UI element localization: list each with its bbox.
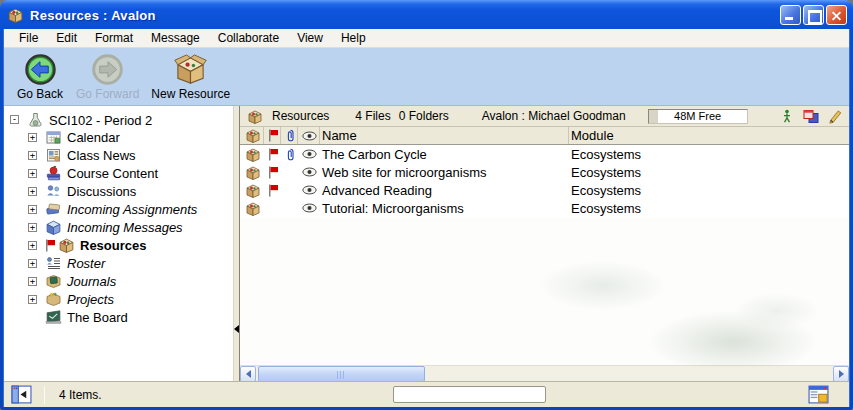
expand-toggle[interactable]: +	[28, 151, 37, 160]
menu-collaborate[interactable]: Collaborate	[209, 30, 288, 47]
column-attachment[interactable]	[281, 127, 298, 144]
table-row-web-site[interactable]: Web site for microorganisms Ecosystems	[240, 163, 849, 181]
sidebar-item-label: Resources	[80, 237, 146, 253]
column-module[interactable]: Module	[569, 127, 849, 144]
folders-count: 0 Folders	[399, 109, 449, 123]
chevron-left-icon	[246, 370, 251, 378]
sidebar-item-label: Incoming Messages	[67, 219, 183, 235]
main-area: - SCI102 - Period 2 + Calenda	[4, 106, 849, 381]
resource-box-icon	[58, 237, 75, 253]
flag-icon	[268, 184, 279, 197]
panel-title: Resources	[272, 109, 329, 123]
expand-toggle[interactable]: +	[28, 187, 37, 196]
board-icon	[45, 309, 62, 325]
expand-toggle[interactable]: +	[28, 133, 37, 142]
scroll-track[interactable]	[256, 366, 833, 381]
expand-toggle[interactable]: +	[28, 205, 37, 214]
menu-format[interactable]: Format	[86, 30, 142, 47]
resource-item-icon	[245, 165, 261, 180]
go-forward-icon	[91, 53, 124, 86]
menu-message[interactable]: Message	[142, 30, 209, 47]
sidebar-item-incoming-assignments[interactable]: + Incoming Assignments	[4, 200, 233, 218]
go-forward-label: Go Forward	[76, 87, 139, 101]
close-button[interactable]	[826, 5, 847, 25]
news-icon	[45, 147, 62, 163]
eye-icon	[302, 185, 317, 195]
sidebar-item-journals[interactable]: + Journals	[4, 272, 233, 290]
sidebar-item-calendar[interactable]: + Calendar	[4, 128, 233, 146]
new-resource-button[interactable]: New Resource	[147, 53, 234, 101]
go-back-button[interactable]: Go Back	[12, 53, 68, 101]
sidebar-item-the-board[interactable]: The Board	[4, 308, 233, 326]
scroll-left-button[interactable]	[240, 366, 256, 382]
maximize-button[interactable]	[803, 5, 824, 25]
roster-icon	[45, 255, 62, 271]
menu-view[interactable]: View	[288, 30, 332, 47]
tree-root-sci102[interactable]: - SCI102 - Period 2	[4, 111, 233, 128]
sidebar-item-discussions[interactable]: + Discussions	[4, 182, 233, 200]
item-module: Ecosystems	[569, 147, 849, 162]
expand-toggle[interactable]: +	[28, 223, 37, 232]
chevron-right-icon	[839, 370, 844, 378]
item-module: Ecosystems	[569, 201, 849, 216]
sidebar-item-projects[interactable]: + Projects	[4, 290, 233, 308]
new-resource-label: New Resource	[151, 87, 230, 101]
minimize-button[interactable]	[780, 5, 801, 25]
server-user: Avalon : Michael Goodman	[482, 109, 626, 123]
calendar-icon	[45, 129, 62, 145]
sidebar-item-label: Calendar	[67, 129, 120, 145]
status-field	[393, 386, 546, 403]
pencil-icon[interactable]	[827, 109, 843, 124]
column-module-label: Module	[571, 128, 614, 143]
column-viewed[interactable]	[298, 127, 320, 144]
column-name[interactable]: Name	[320, 127, 569, 144]
expand-toggle[interactable]: +	[28, 295, 37, 304]
resource-box-icon	[245, 128, 261, 143]
journals-icon	[45, 273, 62, 289]
expand-toggle[interactable]: +	[28, 241, 37, 250]
sidebar-item-class-news[interactable]: + Class News	[4, 146, 233, 164]
table-row-advanced-reading[interactable]: Advanced Reading Ecosystems	[240, 181, 849, 199]
expand-toggle[interactable]: +	[28, 277, 37, 286]
sidebar-item-incoming-messages[interactable]: + Incoming Messages	[4, 218, 233, 236]
sidebar-item-roster[interactable]: + Roster	[4, 254, 233, 272]
flag-icon	[268, 166, 279, 179]
assignments-icon	[45, 201, 62, 217]
scroll-thumb[interactable]	[258, 366, 425, 382]
pane-splitter[interactable]	[233, 106, 240, 381]
status-separator	[44, 386, 45, 404]
resource-item-icon	[245, 147, 261, 162]
expand-toggle[interactable]: +	[28, 259, 37, 268]
scroll-right-button[interactable]	[833, 366, 849, 382]
table-row-carbon-cycle[interactable]: The Carbon Cycle Ecosystems	[240, 145, 849, 163]
horizontal-scrollbar[interactable]	[240, 365, 849, 381]
table-row-tutorial[interactable]: Tutorial: Microorganisms Ecosystems	[240, 199, 849, 217]
splitter-collapse-icon[interactable]	[234, 325, 239, 333]
collapse-toggle[interactable]: -	[10, 115, 19, 124]
menu-help[interactable]: Help	[332, 30, 375, 47]
projects-icon	[45, 291, 62, 307]
sidebar-item-label: Incoming Assignments	[67, 201, 197, 217]
list-column-header: Name Module	[240, 127, 849, 145]
column-item-icon[interactable]	[240, 127, 264, 144]
go-forward-button[interactable]: Go Forward	[72, 53, 143, 101]
sidebar-item-label: Course Content	[67, 165, 158, 181]
new-resource-box-icon	[174, 53, 207, 86]
title-bar: Resources : Avalon	[3, 0, 850, 29]
sidebar-item-resources[interactable]: + Resources	[4, 236, 233, 254]
person-icon[interactable]	[779, 109, 795, 124]
sidebar-item-label: Roster	[67, 255, 105, 271]
menu-bar: File Edit Format Message Collaborate Vie…	[4, 29, 849, 48]
people-icon	[45, 183, 62, 199]
column-flag[interactable]	[264, 127, 281, 144]
window-view-icon[interactable]	[808, 385, 829, 404]
sidebar-item-course-content[interactable]: + Course Content	[4, 164, 233, 182]
files-count: 4 Files	[355, 109, 390, 123]
menu-file[interactable]: File	[10, 30, 47, 47]
item-name: Tutorial: Microorganisms	[320, 201, 569, 216]
menu-edit[interactable]: Edit	[47, 30, 86, 47]
expand-toggle[interactable]: +	[28, 169, 37, 178]
go-back-label: Go Back	[17, 87, 63, 101]
panel-toggle-icon[interactable]	[11, 385, 32, 404]
windows-icon[interactable]	[803, 109, 819, 124]
